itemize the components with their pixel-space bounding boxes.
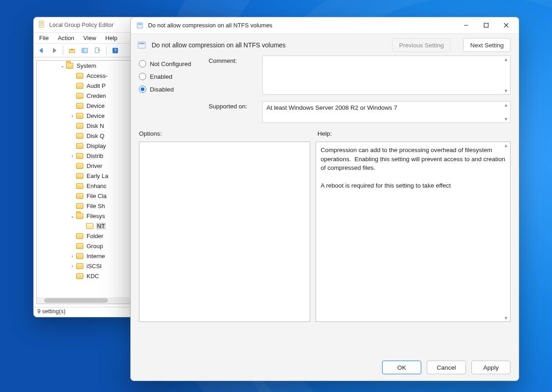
toolbar-separator xyxy=(106,46,107,55)
menu-file[interactable]: File xyxy=(39,35,49,41)
chevron-none-icon: · xyxy=(69,93,76,98)
toolbar-forward-button[interactable] xyxy=(49,46,59,56)
chevron-right-icon[interactable]: › xyxy=(69,153,76,158)
options-label: Options: xyxy=(139,130,317,137)
window-maximize-button[interactable] xyxy=(476,19,496,32)
tree-node-label: Display xyxy=(86,143,107,149)
gpedit-app-icon xyxy=(38,20,46,30)
tree-node-label: iSCSI xyxy=(86,263,102,270)
radio-not-configured[interactable]: Not Configured xyxy=(139,60,200,67)
chevron-right-icon[interactable]: › xyxy=(69,113,76,118)
help-scrollbar[interactable]: ▲ ▼ xyxy=(503,143,509,321)
comment-scrollbar[interactable]: ▲ ▼ xyxy=(503,57,509,93)
chevron-down-icon[interactable]: ⌄ xyxy=(69,214,76,219)
folder-icon xyxy=(76,73,83,79)
supported-on-text: At least Windows Server 2008 R2 or Windo… xyxy=(263,102,510,114)
radio-disabled[interactable]: Disabled xyxy=(139,86,200,93)
policy-window-title: Do not allow compression on all NTFS vol… xyxy=(148,22,456,29)
folder-icon xyxy=(76,213,83,219)
chevron-none-icon: · xyxy=(79,224,86,229)
svg-rect-13 xyxy=(484,23,488,27)
chevron-none-icon: · xyxy=(69,234,76,239)
toolbar-help-button[interactable]: ? xyxy=(110,46,120,56)
policy-titlebar[interactable]: Do not allow compression on all NTFS vol… xyxy=(131,17,519,34)
scroll-down-icon: ▼ xyxy=(503,117,509,122)
radio-label: Enabled xyxy=(150,73,173,80)
menu-action[interactable]: Action xyxy=(58,35,74,41)
supported-on-label: Supported on: xyxy=(209,101,254,110)
help-pane: Compression can add to the processing ov… xyxy=(316,142,511,322)
chevron-right-icon[interactable]: › xyxy=(69,264,76,269)
toolbar-show-pane-button[interactable] xyxy=(80,46,90,56)
folder-icon xyxy=(76,193,83,199)
folder-icon xyxy=(76,233,83,239)
folder-icon xyxy=(76,183,83,189)
chevron-none-icon: · xyxy=(69,173,76,178)
folder-icon xyxy=(76,163,83,169)
next-setting-button[interactable]: Next Setting xyxy=(463,38,511,52)
svg-text:?: ? xyxy=(114,48,117,53)
tree-node-label: Interne xyxy=(86,253,105,260)
chevron-none-icon: · xyxy=(69,183,76,188)
radio-label: Disabled xyxy=(150,86,174,93)
svg-rect-1 xyxy=(40,22,43,23)
tree-node-label: Enhanc xyxy=(86,183,107,189)
chevron-none-icon: · xyxy=(69,83,76,88)
supported-scrollbar[interactable]: ▲ ▼ xyxy=(503,102,509,122)
chevron-none-icon: · xyxy=(69,274,76,279)
radio-label: Not Configured xyxy=(150,61,191,67)
comment-label: Comment: xyxy=(209,56,254,64)
folder-icon xyxy=(76,103,83,109)
radio-icon xyxy=(139,60,146,67)
svg-rect-10 xyxy=(137,23,143,28)
tree-node-label: Driver xyxy=(86,163,103,169)
chevron-right-icon[interactable]: › xyxy=(69,254,76,259)
toolbar-back-button[interactable] xyxy=(36,46,46,56)
folder-icon xyxy=(76,263,83,269)
policy-dialog: Do not allow compression on all NTFS vol… xyxy=(130,17,519,381)
chevron-none-icon: · xyxy=(69,73,76,78)
chevron-none-icon: · xyxy=(69,204,76,209)
ok-button[interactable]: OK xyxy=(382,361,421,374)
previous-setting-button[interactable]: Previous Setting xyxy=(392,38,450,52)
folder-icon xyxy=(76,113,83,119)
svg-rect-6 xyxy=(82,48,84,53)
cancel-button[interactable]: Cancel xyxy=(427,361,466,374)
folder-icon xyxy=(76,153,83,159)
tree-node-label: Creden xyxy=(86,92,107,99)
gpedit-title-text: Local Group Policy Editor xyxy=(49,22,113,28)
svg-rect-12 xyxy=(464,25,468,25)
help-label: Help: xyxy=(317,130,332,137)
chevron-none-icon: · xyxy=(69,123,76,128)
apply-button[interactable]: Apply xyxy=(471,361,511,374)
menu-help[interactable]: Help xyxy=(105,35,118,41)
tree-node-label: KDC xyxy=(86,273,99,280)
toolbar-export-button[interactable] xyxy=(92,46,102,56)
tree-node-label: Group xyxy=(86,243,103,249)
tree-node-label: Distrib xyxy=(86,153,104,159)
tree-node-label: Audit P xyxy=(86,82,106,89)
menu-view[interactable]: View xyxy=(83,35,96,41)
chevron-down-icon[interactable]: ⌄ xyxy=(59,63,66,68)
chevron-none-icon: · xyxy=(69,133,76,138)
chevron-none-icon: · xyxy=(69,163,76,168)
svg-rect-3 xyxy=(40,25,43,25)
radio-enabled[interactable]: Enabled xyxy=(139,73,200,80)
svg-rect-11 xyxy=(138,24,142,25)
folder-icon xyxy=(66,63,73,69)
window-minimize-button[interactable] xyxy=(456,19,476,32)
policy-state-radios: Not Configured Enabled Disabled xyxy=(139,56,200,123)
toolbar-separator xyxy=(63,46,63,55)
tree-node-label: File Cla xyxy=(86,193,107,199)
folder-icon xyxy=(76,253,83,259)
folder-icon xyxy=(76,273,83,279)
window-close-button[interactable] xyxy=(496,19,516,32)
folder-icon xyxy=(76,243,83,249)
folder-icon xyxy=(76,133,83,139)
tree-node-label: Device xyxy=(86,102,105,109)
comment-textbox[interactable]: ▲ ▼ xyxy=(262,56,511,95)
scroll-down-icon: ▼ xyxy=(503,316,509,321)
options-pane xyxy=(139,142,310,322)
scroll-up-icon: ▲ xyxy=(503,102,509,107)
toolbar-up-folder-button[interactable] xyxy=(67,46,77,56)
